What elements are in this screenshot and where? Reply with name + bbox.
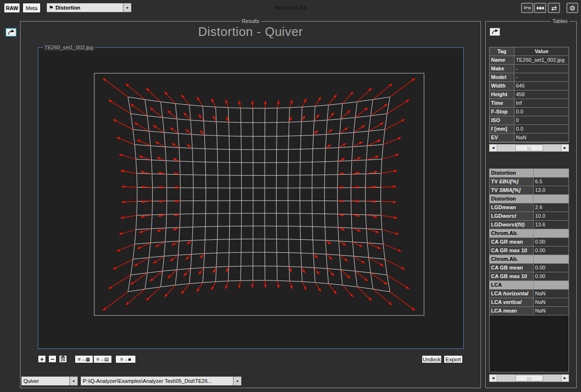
table-row[interactable]: LCA verticalNaN bbox=[490, 298, 569, 307]
table-row[interactable]: LCA meanNaN bbox=[490, 307, 569, 315]
table-row[interactable]: CA GB mean0.00 bbox=[490, 264, 569, 272]
section-header-row[interactable]: Distortion bbox=[490, 169, 569, 178]
scroll-left-icon[interactable]: ◀ bbox=[490, 145, 497, 151]
exif-table-hscrollbar[interactable]: ◀ ||| ▶ bbox=[489, 144, 569, 152]
table-row[interactable]: TimeInf bbox=[490, 99, 569, 108]
table-row[interactable]: Make- bbox=[490, 65, 569, 73]
metric-value-cell: 0.00 bbox=[534, 238, 569, 246]
layout-rows-button[interactable]: ≡→▤ bbox=[93, 355, 112, 363]
layout-single-button[interactable]: ≡→■ bbox=[115, 355, 136, 363]
section-header-row[interactable]: Distortion bbox=[490, 195, 569, 203]
version-label: Version 6.0.0 bbox=[0, 5, 581, 11]
export-button[interactable]: Export bbox=[444, 355, 463, 363]
table-row[interactable]: CA GR mean0.00 bbox=[490, 238, 569, 246]
metric-label-cell: Distortion bbox=[490, 169, 534, 178]
results-table: DistortionTV EBU[%]6.5TV SMIA[%]13.0Dist… bbox=[489, 168, 569, 372]
page-title: Distortion - Quiver bbox=[21, 24, 480, 39]
exif-tag-cell: Make bbox=[490, 65, 514, 73]
table-row[interactable]: TV SMIA[%]13.0 bbox=[490, 186, 569, 195]
metric-label-cell: LGDworst(fit) bbox=[490, 221, 534, 229]
table-row[interactable]: EVNaN bbox=[490, 134, 569, 142]
scrollbar-track[interactable]: ||| bbox=[497, 145, 561, 151]
table-row[interactable]: LCA horizontalNaN bbox=[490, 290, 569, 298]
app-window: RAW Meta ⚑ Distortion ▼ Version 6.0.0 ▶▮… bbox=[0, 0, 581, 392]
exif-value-cell: 0.0 bbox=[514, 108, 569, 116]
layout-grid-button[interactable]: ≡→▦ bbox=[75, 355, 93, 363]
table-row[interactable]: F-Stop0.0 bbox=[490, 108, 569, 116]
metric-value-cell: 13.6 bbox=[534, 221, 569, 229]
metric-value-cell: 6.5 bbox=[534, 178, 569, 186]
table-row[interactable]: f [mm]0.0 bbox=[490, 125, 569, 134]
file-path-dropdown[interactable]: P:\iQ-Analyzer\Examples\Analyzer Test\05… bbox=[80, 376, 242, 386]
scrollbar-thumb[interactable]: ||| bbox=[515, 375, 543, 381]
swap-arrows-icon: ⇄ bbox=[551, 4, 557, 12]
layout-single-icon: ≡→■ bbox=[121, 357, 131, 362]
exif-tag-cell: F-Stop bbox=[490, 108, 514, 116]
quiver-plot bbox=[38, 48, 463, 348]
dock-left-button[interactable] bbox=[6, 28, 16, 36]
metric-label-cell: CA GB max 10 bbox=[490, 272, 534, 281]
scroll-left-icon[interactable]: ◀ bbox=[490, 375, 497, 381]
chevron-down-icon[interactable]: ▼ bbox=[69, 377, 78, 385]
exif-tag-cell: Height bbox=[490, 90, 514, 99]
chevron-down-icon[interactable]: ▼ bbox=[233, 377, 241, 385]
zoom-out-button[interactable]: − bbox=[48, 355, 56, 363]
metric-value-cell: 2.6 bbox=[534, 203, 569, 212]
metric-label-cell: CA GB mean bbox=[490, 264, 534, 272]
table-row[interactable]: Width645 bbox=[490, 82, 569, 90]
scrollbar-track[interactable]: ||| bbox=[497, 375, 561, 381]
metric-value-cell: NaN bbox=[534, 298, 569, 307]
exif-value-cell: Inf bbox=[514, 99, 569, 108]
column-header-value: Value bbox=[514, 47, 569, 56]
file-path-value: P:\iQ-Analyzer\Examples\Analyzer Test\05… bbox=[83, 377, 212, 385]
table-row[interactable]: ISO0 bbox=[490, 116, 569, 125]
key-button[interactable] bbox=[521, 3, 533, 13]
table-row[interactable]: LGDworst10.0 bbox=[490, 212, 569, 221]
exif-table-header: Tag Value bbox=[490, 47, 569, 56]
table-empty-area bbox=[490, 315, 569, 372]
metric-value-cell bbox=[534, 169, 569, 178]
metric-label-cell: LGDworst bbox=[490, 212, 534, 221]
view-dropdown[interactable]: Quiver ▼ bbox=[21, 376, 78, 386]
section-header-row[interactable]: Chrom.Ab. bbox=[490, 255, 569, 264]
section-header-row[interactable]: Chrom.Ab. bbox=[490, 229, 569, 238]
exif-value-cell: 0 bbox=[514, 116, 569, 125]
scrollbar-thumb[interactable]: ||| bbox=[515, 145, 543, 151]
image-panel[interactable]: TE260_set1_002.jpg bbox=[38, 47, 464, 349]
table-row[interactable]: NameTE260_set1_002.jpg bbox=[490, 56, 569, 65]
dock-arrow-icon bbox=[8, 28, 15, 37]
table-row[interactable]: CA GB max 100.00 bbox=[490, 272, 569, 281]
metric-label-cell: CA GR max 10 bbox=[490, 246, 534, 255]
table-row[interactable]: LGDworst(fit)13.6 bbox=[490, 221, 569, 229]
metric-value-cell bbox=[534, 281, 569, 290]
undock-button[interactable]: Undock bbox=[422, 355, 442, 363]
layout-rows-icon: ≡→▤ bbox=[97, 357, 109, 362]
settings-button[interactable]: ⚙ bbox=[567, 3, 578, 13]
tables-groupbox: Tables Tag Value NameTE260_set1_002.jpgM… bbox=[485, 21, 577, 388]
results-table-hscrollbar[interactable]: ◀ ||| ▶ bbox=[489, 374, 569, 382]
scroll-right-icon[interactable]: ▶ bbox=[561, 145, 569, 151]
table-row[interactable]: LGDmean2.6 bbox=[490, 203, 569, 212]
metric-label-cell: LGDmean bbox=[490, 203, 534, 212]
collapse-button[interactable]: ▶▮◀ bbox=[534, 3, 546, 13]
table-row[interactable]: TV EBU[%]6.5 bbox=[490, 178, 569, 186]
scroll-right-icon[interactable]: ▶ bbox=[561, 375, 569, 381]
delete-button[interactable] bbox=[59, 355, 67, 363]
swap-button[interactable]: ⇄ bbox=[548, 3, 560, 13]
image-filename-label: TE260_set1_002.jpg bbox=[43, 44, 95, 51]
collapse-icon: ▶▮◀ bbox=[537, 6, 544, 10]
exif-value-cell: 458 bbox=[514, 90, 569, 99]
metric-label-cell: LCA horizontal bbox=[490, 290, 534, 298]
gear-icon: ⚙ bbox=[570, 4, 576, 12]
section-header-row[interactable]: LCA bbox=[490, 281, 569, 290]
dock-tables-button[interactable] bbox=[490, 28, 500, 36]
zoom-in-button[interactable]: + bbox=[38, 355, 46, 363]
metric-value-cell bbox=[534, 229, 569, 238]
exif-value-cell: 645 bbox=[514, 82, 569, 90]
table-row[interactable]: Height458 bbox=[490, 90, 569, 99]
table-row[interactable]: Model- bbox=[490, 73, 569, 82]
table-row[interactable]: CA GR max 100.00 bbox=[490, 246, 569, 255]
tables-group-label: Tables bbox=[550, 18, 570, 24]
metric-label-cell: TV SMIA[%] bbox=[490, 186, 534, 195]
dock-arrow-icon bbox=[492, 28, 499, 36]
